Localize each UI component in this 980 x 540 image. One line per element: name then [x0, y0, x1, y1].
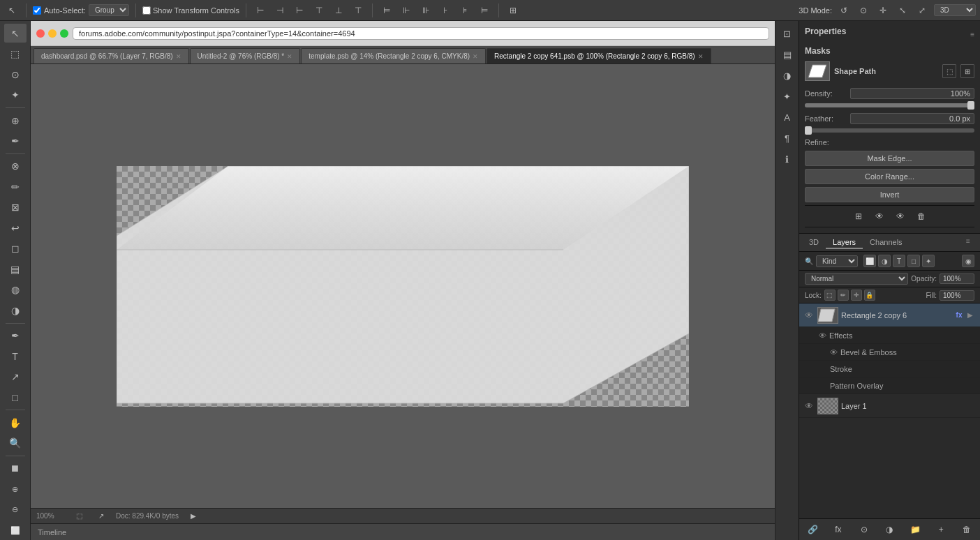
layer-item-1[interactable]: 👁 Layer 1	[799, 394, 980, 418]
properties-menu[interactable]: ≡	[970, 31, 974, 38]
layer-expand-btn-0[interactable]: ▶	[967, 311, 976, 320]
auto-select-checkbox[interactable]	[33, 6, 41, 15]
spot-heal-tool[interactable]: ⊗	[4, 157, 27, 176]
layer-sub-effects[interactable]: 👁 Effects	[799, 327, 980, 344]
auto-align-icon[interactable]: ⊞	[505, 3, 521, 18]
density-value[interactable]: 100%	[850, 88, 974, 99]
new-group-btn[interactable]: 📁	[907, 522, 923, 537]
stamp-tool[interactable]: ⊠	[4, 198, 27, 217]
tab-layers[interactable]: Layers	[826, 237, 863, 249]
zoom-out-tool[interactable]: ⊖	[4, 500, 27, 519]
layer-sub-bevel[interactable]: 👁 Bevel & Emboss	[799, 344, 980, 361]
tab-close-0[interactable]: ✕	[176, 53, 181, 60]
shape-path-btn-1[interactable]: ⬚	[942, 64, 956, 78]
3d-rotate-icon[interactable]: ↺	[836, 3, 852, 18]
filter-toggle[interactable]: ◉	[962, 255, 974, 267]
delete-layer-btn[interactable]: 🗑	[959, 522, 974, 537]
link-mask-btn[interactable]: ⊞	[851, 209, 866, 224]
crop-tool[interactable]: ⊕	[4, 111, 27, 130]
invert-button[interactable]: Invert	[805, 187, 974, 202]
link-layers-btn[interactable]: 🔗	[805, 522, 820, 537]
style-icon[interactable]: ✦	[778, 87, 797, 106]
distribute-top-icon[interactable]: ⊦	[438, 3, 453, 18]
path-select-tool[interactable]: ↗	[4, 367, 27, 386]
layer-sub-stroke[interactable]: Stroke	[799, 361, 980, 377]
distribute-right-icon[interactable]: ⊪	[418, 3, 433, 18]
zoom-tool[interactable]: 🔍	[4, 434, 27, 453]
close-button[interactable]	[36, 29, 45, 38]
layer-vis-btn-0[interactable]: 👁	[803, 310, 815, 321]
shape-tool[interactable]: □	[4, 388, 27, 407]
tab-close-1[interactable]: ✕	[287, 53, 292, 60]
shape-path-btn-2[interactable]: ⊞	[960, 64, 974, 78]
doc-tab-0[interactable]: dashboard.psd @ 66.7% (Layer 7, RGB/8) ✕	[34, 48, 189, 63]
status-arrow[interactable]: ▶	[186, 509, 201, 524]
eraser-tool[interactable]: ◻	[4, 239, 27, 258]
layer-fx-btn-0[interactable]: fx	[953, 310, 965, 321]
new-adjustment-btn[interactable]: ◑	[882, 522, 897, 537]
transform-checkbox[interactable]	[142, 6, 151, 15]
align-left-icon[interactable]: ⊢	[253, 3, 268, 18]
dodge-tool[interactable]: ◑	[4, 301, 27, 320]
type-tool[interactable]: T	[4, 347, 27, 366]
kind-select[interactable]: Kind Name Effect	[816, 255, 858, 267]
maximize-button[interactable]	[60, 29, 68, 38]
show-transform-label[interactable]: Show Transform Controls	[142, 6, 239, 15]
text-icon[interactable]: A	[778, 107, 797, 127]
doc-tab-2[interactable]: template.psb @ 14% (Rectangle 2 copy 6, …	[301, 48, 486, 63]
layer-item-rectangle[interactable]: 👁 Rectangle 2 copy 6 fx ▶	[799, 303, 980, 327]
color-range-button[interactable]: Color Range...	[805, 169, 974, 184]
distribute-middle-v-icon[interactable]: ⊧	[457, 3, 473, 18]
paragraph-icon[interactable]: ¶	[778, 128, 797, 148]
layers-panel-icon[interactable]: ▤	[778, 45, 797, 64]
properties-icon[interactable]: ⊡	[778, 24, 797, 43]
move-tool-icon[interactable]: ↖	[4, 3, 20, 18]
3d-slide-icon[interactable]: ⤡	[895, 3, 910, 18]
tab-channels[interactable]: Channels	[863, 237, 909, 249]
mask-edge-button[interactable]: Mask Edge...	[805, 151, 974, 166]
filter-pixel[interactable]: ⬜	[863, 255, 876, 267]
remove-mask-btn[interactable]: 👁	[893, 209, 908, 224]
align-top-icon[interactable]: ⊤	[311, 3, 327, 18]
filter-adjust[interactable]: ◑	[878, 255, 891, 267]
lasso-tool[interactable]: ⊙	[4, 65, 27, 84]
align-center-h-icon[interactable]: ⊣	[272, 3, 288, 18]
doc-tab-1[interactable]: Untitled-2 @ 76% (RGB/8) * ✕	[190, 48, 301, 63]
3d-pan-icon[interactable]: ✛	[875, 3, 891, 18]
opacity-input[interactable]	[940, 273, 974, 284]
select-tool[interactable]: ⬚	[4, 44, 27, 63]
quick-select-tool[interactable]: ✦	[4, 85, 27, 104]
eyedropper-tool[interactable]: ✒	[4, 131, 27, 150]
screen-mode-tool[interactable]: ⬜	[4, 520, 27, 539]
lock-move-btn[interactable]: ✛	[851, 290, 862, 301]
blur-tool[interactable]: ◍	[4, 280, 27, 299]
layer-vis-btn-1[interactable]: 👁	[803, 400, 815, 412]
lock-position-btn[interactable]: ✏	[838, 290, 849, 301]
delete-mask-btn[interactable]: 🗑	[914, 209, 929, 224]
feather-value[interactable]: 0.0 px	[850, 113, 974, 124]
align-right-icon[interactable]: ⊢	[292, 3, 307, 18]
pen-tool[interactable]: ✒	[4, 326, 27, 345]
adjustments-icon[interactable]: ◑	[778, 66, 797, 85]
filter-smart[interactable]: ✦	[922, 255, 935, 267]
3d-mode-select[interactable]: 3D	[934, 4, 976, 16]
add-style-btn[interactable]: fx	[831, 522, 846, 537]
add-mask-btn[interactable]: ⊙	[856, 522, 872, 537]
tab-close-3[interactable]: ✕	[698, 53, 704, 60]
gradient-tool[interactable]: ▤	[4, 260, 27, 278]
info-icon[interactable]: ℹ	[778, 149, 797, 169]
filter-type[interactable]: T	[893, 255, 905, 267]
lock-pixels-btn[interactable]: ⬚	[824, 290, 836, 301]
browser-url[interactable]: forums.adobe.com/community/postinput.jsp…	[73, 27, 769, 40]
distribute-bottom-icon[interactable]: ⊨	[477, 3, 492, 18]
minimize-button[interactable]	[48, 29, 57, 38]
canvas-viewport[interactable]	[31, 64, 775, 508]
hand-tool[interactable]: ✋	[4, 413, 27, 432]
align-middle-v-icon[interactable]: ⊥	[331, 3, 346, 18]
brush-tool[interactable]: ✏	[4, 177, 27, 196]
filter-shape[interactable]: □	[907, 255, 920, 267]
auto-select-mode[interactable]: Group Layer	[89, 4, 129, 16]
fill-input[interactable]	[940, 290, 974, 301]
tab-3d[interactable]: 3D	[802, 237, 826, 249]
history-brush-tool[interactable]: ↩	[4, 218, 27, 237]
